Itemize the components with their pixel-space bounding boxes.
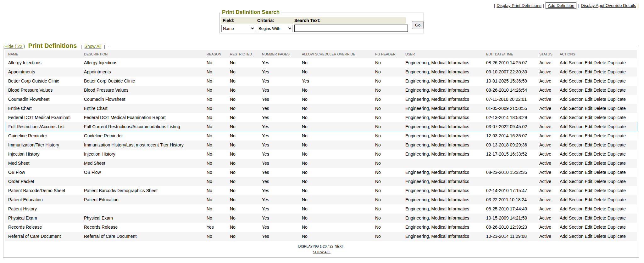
hide-link[interactable]: Hide ( 22 ) bbox=[4, 44, 25, 49]
action-edit-link[interactable]: Edit bbox=[585, 225, 592, 230]
action-duplicate-link[interactable]: Duplicate bbox=[608, 234, 626, 239]
action-edit-link[interactable]: Edit bbox=[585, 78, 592, 83]
action-delete-link[interactable]: Delete bbox=[593, 225, 606, 230]
action-edit-link[interactable]: Edit bbox=[585, 88, 592, 93]
action-delete-link[interactable]: Delete bbox=[593, 69, 606, 74]
action-duplicate-link[interactable]: Duplicate bbox=[608, 124, 626, 129]
criteria-select[interactable]: Begins With bbox=[257, 25, 292, 32]
column-header-description[interactable]: DESCRIPTION bbox=[82, 50, 205, 58]
action-duplicate-link[interactable]: Duplicate bbox=[608, 69, 626, 74]
column-header-edit-date-time[interactable]: EDIT DATE/TIME bbox=[484, 50, 537, 58]
action-duplicate-link[interactable]: Duplicate bbox=[608, 142, 626, 147]
action-edit-link[interactable]: Edit bbox=[585, 106, 592, 111]
action-edit-link[interactable]: Edit bbox=[585, 60, 592, 65]
action-delete-link[interactable]: Delete bbox=[593, 234, 606, 239]
display-print-definitions-link[interactable]: Display Print Definitions bbox=[497, 3, 541, 8]
action-edit-link[interactable]: Edit bbox=[585, 215, 592, 220]
action-add-section-link[interactable]: Add Section bbox=[560, 124, 584, 129]
action-edit-link[interactable]: Edit bbox=[585, 115, 592, 120]
action-edit-link[interactable]: Edit bbox=[585, 142, 592, 147]
action-duplicate-link[interactable]: Duplicate bbox=[608, 60, 626, 65]
show-all-link[interactable]: Show All bbox=[85, 44, 102, 49]
action-delete-link[interactable]: Delete bbox=[593, 161, 606, 166]
action-delete-link[interactable]: Delete bbox=[593, 88, 606, 93]
action-duplicate-link[interactable]: Duplicate bbox=[608, 97, 626, 102]
action-edit-link[interactable]: Edit bbox=[585, 133, 592, 138]
action-edit-link[interactable]: Edit bbox=[585, 69, 592, 74]
action-duplicate-link[interactable]: Duplicate bbox=[608, 179, 626, 184]
action-duplicate-link[interactable]: Duplicate bbox=[608, 133, 626, 138]
action-edit-link[interactable]: Edit bbox=[585, 188, 592, 193]
next-link[interactable]: NEXT bbox=[335, 244, 344, 248]
action-duplicate-link[interactable]: Duplicate bbox=[608, 225, 626, 230]
action-delete-link[interactable]: Delete bbox=[593, 215, 606, 220]
action-delete-link[interactable]: Delete bbox=[593, 142, 606, 147]
action-delete-link[interactable]: Delete bbox=[593, 106, 606, 111]
column-header-status[interactable]: STATUS bbox=[537, 50, 558, 58]
action-edit-link[interactable]: Edit bbox=[585, 197, 592, 202]
action-edit-link[interactable]: Edit bbox=[585, 170, 592, 175]
column-header-pg-header[interactable]: PG HEADER bbox=[373, 50, 403, 58]
column-header-number-pages[interactable]: NUMBER PAGES bbox=[260, 50, 300, 58]
action-duplicate-link[interactable]: Duplicate bbox=[608, 115, 626, 120]
action-edit-link[interactable]: Edit bbox=[585, 179, 592, 184]
action-add-section-link[interactable]: Add Section bbox=[560, 188, 584, 193]
action-duplicate-link[interactable]: Duplicate bbox=[608, 106, 626, 111]
action-edit-link[interactable]: Edit bbox=[585, 152, 592, 157]
action-delete-link[interactable]: Delete bbox=[593, 170, 606, 175]
action-add-section-link[interactable]: Add Section bbox=[560, 142, 584, 147]
action-delete-link[interactable]: Delete bbox=[593, 206, 606, 211]
column-header-restricted[interactable]: RESTRICTED bbox=[228, 50, 260, 58]
action-add-section-link[interactable]: Add Section bbox=[560, 197, 584, 202]
action-duplicate-link[interactable]: Duplicate bbox=[608, 78, 626, 83]
action-add-section-link[interactable]: Add Section bbox=[560, 179, 584, 184]
action-add-section-link[interactable]: Add Section bbox=[560, 133, 584, 138]
field-select[interactable]: Name bbox=[221, 25, 255, 32]
action-duplicate-link[interactable]: Duplicate bbox=[608, 188, 626, 193]
show-all-pager-link[interactable]: SHOW ALL bbox=[313, 250, 330, 254]
action-edit-link[interactable]: Edit bbox=[585, 161, 592, 166]
action-duplicate-link[interactable]: Duplicate bbox=[608, 215, 626, 220]
action-delete-link[interactable]: Delete bbox=[593, 115, 606, 120]
action-delete-link[interactable]: Delete bbox=[593, 97, 606, 102]
action-delete-link[interactable]: Delete bbox=[593, 133, 606, 138]
action-add-section-link[interactable]: Add Section bbox=[560, 170, 584, 175]
action-duplicate-link[interactable]: Duplicate bbox=[608, 197, 626, 202]
action-duplicate-link[interactable]: Duplicate bbox=[608, 206, 626, 211]
action-add-section-link[interactable]: Add Section bbox=[560, 78, 584, 83]
column-header-reason[interactable]: REASON bbox=[205, 50, 228, 58]
action-duplicate-link[interactable]: Duplicate bbox=[608, 152, 626, 157]
action-add-section-link[interactable]: Add Section bbox=[560, 206, 584, 211]
action-edit-link[interactable]: Edit bbox=[585, 234, 592, 239]
action-delete-link[interactable]: Delete bbox=[593, 78, 606, 83]
action-add-section-link[interactable]: Add Section bbox=[560, 97, 584, 102]
search-text-input[interactable] bbox=[294, 25, 408, 32]
action-add-section-link[interactable]: Add Section bbox=[560, 60, 584, 65]
action-duplicate-link[interactable]: Duplicate bbox=[608, 88, 626, 93]
column-header-name[interactable]: NAME bbox=[5, 50, 82, 58]
add-definition-link[interactable]: Add Definition bbox=[546, 2, 576, 9]
action-duplicate-link[interactable]: Duplicate bbox=[608, 170, 626, 175]
action-edit-link[interactable]: Edit bbox=[585, 124, 592, 129]
action-delete-link[interactable]: Delete bbox=[593, 124, 606, 129]
action-add-section-link[interactable]: Add Section bbox=[560, 88, 584, 93]
display-appt-override-details-link[interactable]: Display Appt Override Details bbox=[581, 3, 636, 8]
go-button[interactable]: Go bbox=[412, 21, 424, 29]
action-delete-link[interactable]: Delete bbox=[593, 179, 606, 184]
action-delete-link[interactable]: Delete bbox=[593, 188, 606, 193]
action-add-section-link[interactable]: Add Section bbox=[560, 115, 584, 120]
action-add-section-link[interactable]: Add Section bbox=[560, 234, 584, 239]
action-add-section-link[interactable]: Add Section bbox=[560, 215, 584, 220]
action-add-section-link[interactable]: Add Section bbox=[560, 69, 584, 74]
action-add-section-link[interactable]: Add Section bbox=[560, 152, 584, 157]
action-add-section-link[interactable]: Add Section bbox=[560, 106, 584, 111]
action-edit-link[interactable]: Edit bbox=[585, 97, 592, 102]
action-edit-link[interactable]: Edit bbox=[585, 206, 592, 211]
column-header-allow-scheduler-override[interactable]: ALLOW SCHEDULER OVERRIDE bbox=[300, 50, 373, 58]
action-add-section-link[interactable]: Add Section bbox=[560, 161, 584, 166]
column-header-user[interactable]: USER bbox=[403, 50, 484, 58]
action-delete-link[interactable]: Delete bbox=[593, 197, 606, 202]
action-delete-link[interactable]: Delete bbox=[593, 152, 606, 157]
action-delete-link[interactable]: Delete bbox=[593, 60, 606, 65]
action-add-section-link[interactable]: Add Section bbox=[560, 225, 584, 230]
